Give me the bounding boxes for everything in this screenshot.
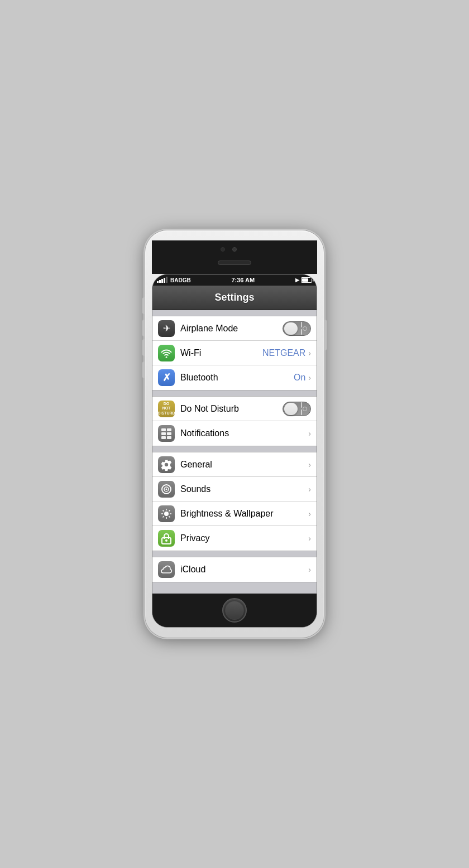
toggle-dot [303, 326, 307, 331]
privacy-svg [160, 532, 173, 544]
toggle-line-1 [301, 322, 302, 327]
sounds-chevron: › [308, 485, 311, 494]
svg-rect-3 [167, 432, 171, 435]
general-icon [158, 456, 175, 473]
home-button[interactable] [222, 598, 247, 623]
status-left: BADGB [157, 277, 191, 283]
notifications-svg [160, 427, 173, 440]
general-row[interactable]: General › [152, 452, 317, 477]
gear-svg [160, 459, 173, 471]
status-bar: BADGB 7:36 AM ▶ [152, 274, 317, 286]
svg-rect-5 [167, 436, 171, 439]
privacy-icon [158, 530, 175, 547]
nav-bar: Settings [152, 286, 317, 310]
svg-rect-1 [167, 428, 171, 431]
status-time: 7:36 AM [231, 277, 255, 283]
dnd-toggle-dot [303, 407, 307, 411]
privacy-row[interactable]: Privacy › [152, 526, 317, 551]
icloud-svg [160, 565, 173, 574]
airplane-mode-row[interactable]: ✈ Airplane Mode [152, 316, 317, 341]
dnd-icon: DONOTDISTURB [158, 401, 175, 417]
general-chevron: › [308, 460, 311, 469]
icloud-label: iCloud [180, 565, 308, 575]
earpiece-speaker [218, 261, 251, 265]
brightness-row[interactable]: Brightness & Wallpaper › [152, 501, 317, 526]
sounds-label: Sounds [180, 484, 308, 494]
icloud-row[interactable]: iCloud › [152, 557, 317, 582]
svg-line-15 [169, 516, 170, 517]
phone-top [152, 240, 317, 274]
page-title: Settings [214, 292, 254, 303]
icloud-icon [158, 561, 175, 578]
do-not-disturb-row[interactable]: DONOTDISTURB Do Not Disturb [152, 397, 317, 421]
alerts-section: DONOTDISTURB Do Not Disturb [152, 396, 317, 446]
general-label: General [180, 460, 308, 470]
settings-content: ✈ Airplane Mode [152, 310, 317, 594]
toggle-line-2 [301, 329, 302, 335]
airplane-mode-label: Airplane Mode [180, 324, 283, 334]
svg-line-17 [163, 516, 164, 517]
wifi-value: NETGEAR [262, 348, 305, 358]
battery-fill [302, 278, 308, 282]
bluetooth-glyph: ✗ [162, 372, 171, 384]
dnd-toggle-line-1 [301, 402, 302, 408]
wifi-icon [158, 345, 175, 361]
play-icon: ▶ [295, 277, 299, 283]
sounds-row[interactable]: Sounds › [152, 477, 317, 501]
battery-icon [301, 277, 312, 283]
svg-rect-4 [161, 436, 166, 439]
home-button-inner [225, 601, 244, 620]
dnd-label: Do Not Disturb [180, 404, 283, 414]
sounds-svg [160, 483, 173, 495]
connectivity-section: ✈ Airplane Mode [152, 316, 317, 390]
airplane-mode-icon: ✈ [158, 320, 175, 337]
svg-point-21 [165, 539, 168, 542]
brightness-chevron: › [308, 509, 311, 518]
home-button-area [152, 594, 317, 627]
bluetooth-icon: ✗ [158, 369, 175, 386]
svg-line-16 [169, 510, 170, 511]
phone-device: BADGB 7:36 AM ▶ Settings ✈ [145, 230, 324, 638]
svg-rect-0 [161, 428, 166, 431]
toggle-lines [301, 322, 302, 335]
privacy-label: Privacy [180, 533, 308, 543]
wifi-row[interactable]: Wi-Fi NETGEAR › [152, 341, 317, 365]
sounds-icon [158, 481, 175, 498]
brightness-label: Brightness & Wallpaper [180, 509, 308, 519]
svg-point-8 [166, 488, 168, 490]
signal-bars [157, 277, 168, 283]
bluetooth-label: Bluetooth [180, 373, 294, 383]
notifications-label: Notifications [180, 428, 308, 438]
bluetooth-value: On [294, 373, 305, 383]
privacy-chevron: › [308, 534, 311, 543]
toggle-knob [284, 322, 298, 335]
wifi-chevron: › [308, 349, 311, 358]
icloud-chevron: › [308, 565, 311, 574]
phone-screen: BADGB 7:36 AM ▶ Settings ✈ [152, 274, 317, 628]
brightness-icon [158, 505, 175, 522]
dnd-toggle-knob [284, 403, 298, 415]
brightness-svg [160, 508, 173, 520]
bluetooth-row[interactable]: ✗ Bluetooth On › [152, 365, 317, 390]
airplane-glyph: ✈ [163, 323, 170, 334]
proximity-sensor [221, 247, 225, 252]
services-section: iCloud › [152, 557, 317, 582]
status-right: ▶ [295, 277, 312, 283]
front-camera [232, 247, 237, 252]
dnd-toggle[interactable] [283, 402, 311, 416]
wifi-label: Wi-Fi [180, 348, 262, 358]
notifications-row[interactable]: Notifications › [152, 421, 317, 446]
dnd-toggle-line-2 [301, 409, 302, 415]
svg-rect-2 [161, 432, 166, 435]
wifi-svg [160, 347, 173, 359]
notifications-chevron: › [308, 429, 311, 438]
bluetooth-chevron: › [308, 373, 311, 382]
device-section: General › Sounds › [152, 452, 317, 551]
carrier-label: BADGB [170, 277, 191, 283]
dnd-toggle-lines [301, 402, 302, 415]
airplane-mode-toggle[interactable] [283, 321, 311, 336]
dnd-text: DONOTDISTURB [158, 402, 175, 416]
notifications-icon [158, 425, 175, 442]
svg-point-9 [164, 512, 169, 516]
svg-line-14 [163, 510, 164, 511]
